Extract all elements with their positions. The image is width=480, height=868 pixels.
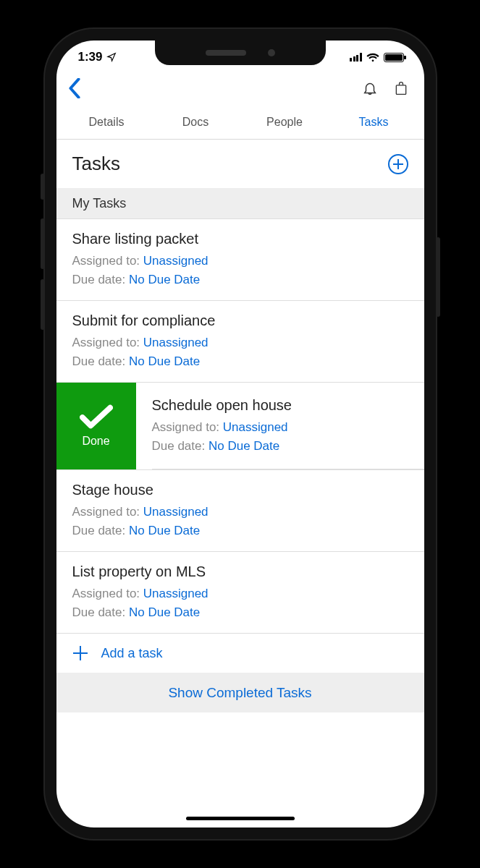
status-time: 1:39 <box>78 50 103 64</box>
task-row[interactable]: Submit for compliance Assigned to: Unass… <box>56 301 424 383</box>
show-completed-label: Show Completed Tasks <box>168 685 311 700</box>
assigned-label: Assigned to: <box>72 587 143 600</box>
task-assignee[interactable]: Unassigned <box>143 336 209 349</box>
task-assignee[interactable]: Unassigned <box>143 254 209 268</box>
add-task-label: Add a task <box>101 646 163 661</box>
task-title: Share listing packet <box>72 231 408 247</box>
home-indicator[interactable] <box>186 817 295 820</box>
front-camera <box>268 49 275 56</box>
task-row[interactable]: List property on MLS Assigned to: Unassi… <box>56 552 424 634</box>
task-row[interactable]: Stage house Assigned to: Unassigned Due … <box>56 469 424 552</box>
mark-done-button[interactable]: Done <box>56 383 136 469</box>
task-assignee[interactable]: Unassigned <box>143 587 209 600</box>
due-label: Due date: <box>72 273 129 286</box>
show-completed-button[interactable]: Show Completed Tasks <box>56 673 424 712</box>
due-label: Due date: <box>72 354 129 368</box>
page-title: Tasks <box>72 153 120 175</box>
chevron-left-icon <box>68 78 81 98</box>
speaker <box>206 50 246 56</box>
assigned-label: Assigned to: <box>72 254 143 268</box>
power-button <box>436 237 440 317</box>
tab-docs[interactable]: Docs <box>151 107 240 139</box>
page-header: Tasks <box>56 140 424 189</box>
screen: 1:39 Details D <box>56 41 424 827</box>
assigned-label: Assigned to: <box>152 420 223 434</box>
assigned-label: Assigned to: <box>72 336 143 349</box>
phone-frame: 1:39 Details D <box>45 29 436 839</box>
task-due[interactable]: No Due Date <box>129 273 200 286</box>
tab-bar: Details Docs People Tasks <box>56 107 424 140</box>
tab-people[interactable]: People <box>240 107 329 139</box>
task-assignee[interactable]: Unassigned <box>223 420 288 434</box>
notch <box>155 41 326 65</box>
task-title: Stage house <box>72 482 408 498</box>
tab-details[interactable]: Details <box>62 107 151 139</box>
due-label: Due date: <box>152 439 209 453</box>
wifi-icon <box>366 53 379 62</box>
svg-rect-0 <box>396 85 405 94</box>
task-due[interactable]: No Due Date <box>129 524 200 537</box>
volume-up <box>41 218 45 269</box>
location-icon <box>106 52 117 62</box>
section-my-tasks: My Tasks <box>56 189 424 219</box>
back-button[interactable] <box>68 78 81 101</box>
check-icon <box>80 404 113 430</box>
task-row[interactable]: Done Schedule open house Assigned to: Un… <box>56 383 424 469</box>
plus-icon <box>72 645 88 661</box>
shopping-bag-icon <box>394 80 408 97</box>
task-assignee[interactable]: Unassigned <box>143 505 209 519</box>
battery-icon <box>384 53 404 62</box>
due-label: Due date: <box>72 524 129 537</box>
due-label: Due date: <box>72 605 129 619</box>
task-title: Submit for compliance <box>72 312 408 329</box>
bell-icon <box>362 80 378 97</box>
task-due[interactable]: No Due Date <box>209 439 279 453</box>
plus-icon <box>392 158 404 170</box>
mute-switch <box>41 174 45 200</box>
shopping-button[interactable] <box>394 80 408 100</box>
task-due[interactable]: No Due Date <box>129 605 200 619</box>
tab-tasks[interactable]: Tasks <box>329 107 418 139</box>
task-title: Schedule open house <box>152 397 408 414</box>
nav-bar <box>56 74 424 107</box>
volume-down <box>41 279 45 330</box>
task-row[interactable]: Share listing packet Assigned to: Unassi… <box>56 219 424 301</box>
task-list: Share listing packet Assigned to: Unassi… <box>56 219 424 827</box>
add-task-row[interactable]: Add a task <box>56 634 424 673</box>
assigned-label: Assigned to: <box>72 505 143 519</box>
notifications-button[interactable] <box>362 80 378 100</box>
done-label: Done <box>82 435 109 448</box>
add-task-header-button[interactable] <box>388 154 408 174</box>
task-title: List property on MLS <box>72 563 408 580</box>
task-due[interactable]: No Due Date <box>129 354 200 368</box>
cellular-icon <box>350 53 362 61</box>
